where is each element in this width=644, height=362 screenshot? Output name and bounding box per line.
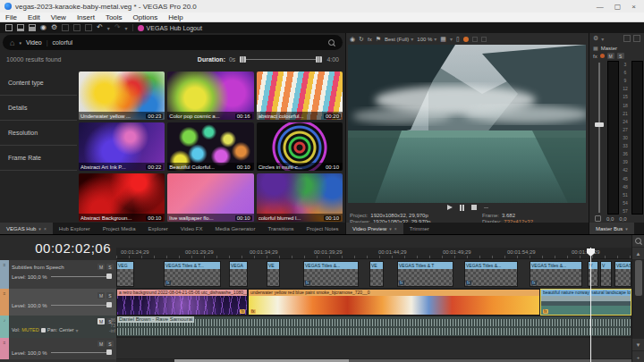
minimize-button[interactable]: —: [593, 3, 607, 11]
menu-options[interactable]: Options: [128, 13, 164, 21]
vegas-hub-logout-button[interactable]: VEGAS Hub Logout: [138, 25, 202, 31]
audio-clip[interactable]: Daniel Brown - Rave Samourai: [116, 316, 631, 337]
title-clip[interactable]: VE: [369, 261, 384, 287]
duration-range-slider[interactable]: [240, 56, 322, 63]
split-screen-icon[interactable]: ⚑: [376, 36, 381, 43]
master-mute-button[interactable]: M: [607, 53, 614, 59]
scroll-up-icon[interactable]: ▲: [632, 248, 644, 259]
lane-empty-track[interactable]: [116, 338, 631, 359]
loop-icon[interactable]: ↻: [359, 36, 364, 43]
vol-slider-handle[interactable]: [41, 328, 46, 333]
fader-lock-icon[interactable]: [595, 215, 601, 222]
hub-search-bar[interactable]: ⌂ ▾ Video | colorful: [3, 35, 343, 50]
scrollbar-thumb[interactable]: [635, 260, 642, 296]
search-input[interactable]: colorful: [53, 39, 73, 46]
fx-badge[interactable]: fx: [240, 309, 245, 314]
title-clip[interactable]: VEGAS Titles &...fx: [464, 261, 518, 287]
title-clip[interactable]: VEGAS: [614, 261, 631, 287]
open-project-icon[interactable]: [17, 24, 24, 31]
scroll-down-icon[interactable]: ▼: [632, 339, 644, 350]
video-clip-underwater-paint[interactable]: underwater yellow red blue paint smoke_b…: [248, 289, 540, 316]
stop-icon[interactable]: [471, 205, 477, 210]
track-color-chip[interactable]: ≡: [0, 338, 9, 359]
undo-icon[interactable]: ↶: [97, 24, 103, 31]
video-clip-retro-background[interactable]: a retro background 2022-08-04-21-05-06 u…: [116, 289, 248, 316]
mute-button[interactable]: M: [97, 264, 105, 270]
zoom-in-icon[interactable]: +: [632, 351, 644, 362]
title-clip[interactable]: VE: [267, 261, 280, 287]
pan-dropdown-icon[interactable]: ▾: [76, 327, 79, 333]
tab-explorer[interactable]: Explorer: [142, 223, 174, 234]
result-thumbnail[interactable]: Color pop cosmic a...00:16: [167, 72, 253, 120]
track-color-chip[interactable]: ≡: [0, 289, 9, 316]
track-header-video[interactable]: ≡ M S Level: 100,0 %: [0, 289, 116, 316]
menu-view[interactable]: View: [46, 13, 72, 21]
tab-vegas-hub[interactable]: VEGAS Hub ▾ ×: [0, 223, 53, 234]
lane-video-track[interactable]: a retro background 2022-08-04-21-05-06 u…: [116, 289, 631, 316]
level-slider[interactable]: [51, 305, 112, 306]
video-preview-frame[interactable]: [348, 45, 586, 203]
duration-max-handle[interactable]: [316, 56, 322, 63]
filter-resolution[interactable]: Resolution: [0, 121, 77, 146]
zoom-tool-icon[interactable]: [632, 235, 644, 247]
tab-video-fx[interactable]: Video FX: [174, 223, 209, 234]
solo-button[interactable]: S: [106, 292, 114, 299]
filter-frame-rate[interactable]: Frame Rate: [0, 146, 77, 171]
category-dropdown-icon[interactable]: ▾: [19, 40, 21, 46]
tab-trimmer[interactable]: Trimmer: [403, 223, 436, 234]
level-slider[interactable]: [51, 352, 112, 353]
master-solo-button[interactable]: S: [617, 53, 624, 59]
mute-button[interactable]: M: [97, 341, 105, 347]
timeline-time-display[interactable]: 00:02:02;06: [0, 235, 116, 260]
automation-icon[interactable]: [600, 54, 605, 58]
tab-project-notes[interactable]: Project Notes: [301, 223, 345, 234]
master-fader[interactable]: [595, 63, 604, 213]
close-button[interactable]: ×: [628, 3, 640, 11]
title-clip[interactable]: VEGAS Titles &...fx: [530, 261, 582, 287]
preview-zoom-dropdown[interactable]: 100 % ▾: [417, 36, 436, 42]
downmix-icon[interactable]: [623, 35, 631, 42]
level-slider-handle[interactable]: [106, 302, 112, 307]
title-clip[interactable]: VEGAS Titles & T...fx: [164, 261, 221, 287]
timeline-ruler[interactable]: 00:01:24;29 00:01:29;29 00:01:34;29 00:0…: [116, 248, 631, 259]
fader-handle[interactable]: [595, 122, 604, 127]
track-header-video-2[interactable]: ≡ M S Level: 100,0 %: [0, 338, 116, 359]
tab-media-generator[interactable]: Media Generator: [208, 223, 261, 234]
home-icon[interactable]: ⌂: [10, 38, 14, 47]
video-clip-norway-landscape-selected[interactable]: beautiful nature norway natural landscap…: [540, 289, 631, 316]
fx-badge[interactable]: fx: [165, 281, 171, 285]
save-project-icon[interactable]: [29, 24, 36, 31]
undo-dropdown-icon[interactable]: ▾: [107, 25, 110, 31]
category-dropdown[interactable]: Video: [26, 39, 42, 46]
title-clip[interactable]: VEGA: [229, 261, 248, 287]
render-icon[interactable]: ◉: [40, 24, 47, 31]
bus-fx-icon[interactable]: fx: [593, 54, 597, 59]
vol-value[interactable]: MUTED: [21, 327, 39, 333]
mixer-settings-gear-icon[interactable]: ⚙: [593, 35, 598, 42]
loop-playback-icon[interactable]: [484, 207, 488, 208]
result-thumbnail[interactable]: Circles in multi-c...00:10: [257, 122, 343, 171]
title-clip[interactable]: V: [600, 261, 612, 287]
preview-record-icon[interactable]: [463, 37, 469, 42]
result-thumbnail[interactable]: live wallpaper flo...00:10: [167, 173, 253, 222]
tab-close-icon[interactable]: ×: [44, 226, 47, 232]
grid-overlay-icon[interactable]: ▦: [440, 36, 446, 43]
level-slider[interactable]: [51, 276, 112, 277]
mute-button[interactable]: M: [97, 292, 105, 299]
pan-value[interactable]: Center: [59, 327, 74, 333]
fx-badge[interactable]: fx: [399, 281, 404, 285]
tab-hub-explorer[interactable]: Hub Explorer: [53, 223, 97, 234]
fx-badge[interactable]: fx: [466, 281, 471, 285]
title-clip[interactable]: VEGAS Titles &...fx: [303, 261, 359, 287]
result-thumbnail[interactable]: Abstract Backgroun...00:10: [79, 173, 165, 222]
solo-button[interactable]: S: [106, 264, 114, 270]
filter-content-type[interactable]: Content type: [0, 71, 77, 96]
fx-badge[interactable]: fx: [543, 309, 548, 314]
mute-button[interactable]: M: [97, 318, 105, 324]
title-clip[interactable]: VEGAS Titles & Tfx: [397, 261, 453, 287]
tab-master-bus[interactable]: Master Bus ▾: [589, 223, 634, 234]
filter-details[interactable]: Details: [0, 96, 77, 121]
tab-menu-icon[interactable]: ▾: [38, 226, 41, 232]
fx-badge[interactable]: fx: [531, 281, 537, 285]
level-slider-handle[interactable]: [106, 274, 112, 279]
